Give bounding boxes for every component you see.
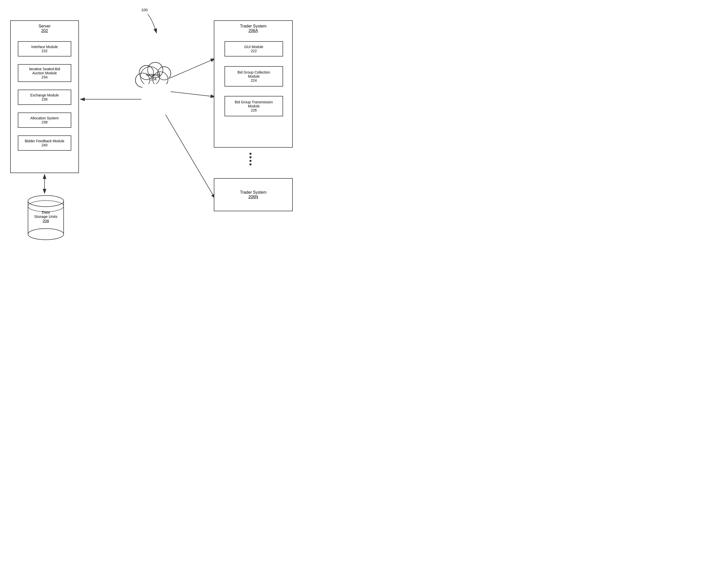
auction-module-id: 234 bbox=[29, 75, 60, 79]
storage-label: Data Storage Units 208 bbox=[25, 210, 66, 223]
diagram: 100 Server 202 Interface Module 232 Iter… bbox=[0, 0, 364, 281]
server-label: Server 202 bbox=[11, 24, 78, 33]
trader-a-label: Trader System 206A bbox=[214, 24, 292, 33]
gui-id: 222 bbox=[244, 49, 263, 53]
dot-3 bbox=[249, 160, 251, 162]
interface-module-box: Interface Module 232 bbox=[18, 41, 71, 57]
svg-point-22 bbox=[28, 229, 64, 240]
gui-label: GUI Module bbox=[244, 45, 263, 49]
network-cloud: Network 204 bbox=[132, 51, 178, 93]
bid-transmission-box: Bid Group TransmissionModule 226 bbox=[225, 96, 283, 116]
data-storage-cylinder: Data Storage Units 208 bbox=[25, 193, 66, 243]
bid-collection-label: Bid Group CollectionModule bbox=[237, 70, 270, 78]
dot-4 bbox=[249, 163, 251, 165]
bid-collection-id: 224 bbox=[237, 78, 270, 82]
exchange-module-box: Exchange Module 236 bbox=[18, 90, 71, 105]
bid-transmission-label: Bid Group TransmissionModule bbox=[235, 100, 273, 108]
feedback-id: 240 bbox=[25, 143, 64, 147]
svg-point-21 bbox=[28, 195, 64, 207]
feedback-module-box: Bidder Feedback Module 240 bbox=[18, 135, 71, 151]
auction-module-label: Iterative Sealed-BidAuction Module bbox=[29, 67, 60, 75]
bid-transmission-id: 226 bbox=[235, 108, 273, 112]
trader-n-outer-box: Trader System 206N bbox=[214, 178, 293, 211]
network-label: Network 204 bbox=[146, 73, 160, 81]
svg-line-3 bbox=[165, 115, 215, 199]
trader-a-outer-box: Trader System 206A GUI Module 222 Bid Gr… bbox=[214, 20, 293, 148]
gui-module-box: GUI Module 222 bbox=[225, 41, 283, 57]
interface-module-id: 232 bbox=[31, 49, 58, 53]
allocation-id: 238 bbox=[30, 120, 59, 124]
dots-separator bbox=[249, 153, 251, 165]
auction-module-box: Iterative Sealed-BidAuction Module 234 bbox=[18, 64, 71, 82]
interface-module-label: Interface Module bbox=[31, 45, 58, 49]
dot-2 bbox=[249, 156, 251, 158]
label-100: 100 bbox=[141, 8, 148, 12]
dot-1 bbox=[249, 153, 251, 155]
allocation-label: Allocation System bbox=[30, 116, 59, 120]
trader-n-label: Trader System 206N bbox=[240, 190, 267, 199]
exchange-module-id: 236 bbox=[30, 97, 59, 101]
bid-collection-box: Bid Group CollectionModule 224 bbox=[225, 66, 283, 87]
feedback-label: Bidder Feedback Module bbox=[25, 139, 64, 143]
exchange-module-label: Exchange Module bbox=[30, 93, 59, 97]
server-outer-box: Server 202 Interface Module 232 Iterativ… bbox=[10, 20, 79, 173]
allocation-module-box: Allocation System 238 bbox=[18, 112, 71, 128]
